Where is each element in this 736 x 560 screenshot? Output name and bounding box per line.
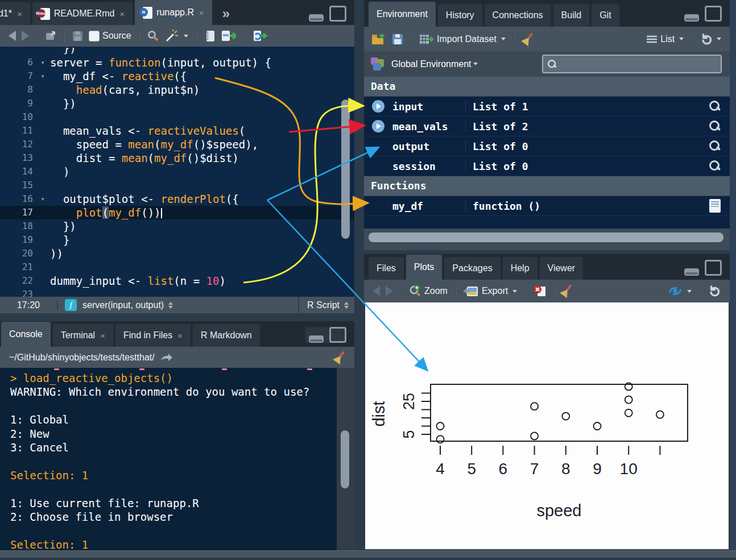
env-row-mean-vals[interactable]: mean_valsList of 2 [364,117,730,136]
tab-environment[interactable]: Environment [369,2,436,27]
console-output[interactable]: > load_reactive_objects()WARNING: Which … [0,368,354,550]
view-mode-button[interactable]: List [643,34,687,44]
clear-console-icon[interactable] [333,351,346,364]
minimize-icon[interactable] [309,14,324,22]
expand-icon[interactable] [372,120,384,132]
tab-close-icon[interactable]: × [17,9,22,19]
goto-directory-icon[interactable] [159,352,173,363]
refresh-plot-button[interactable]: ⟳ [705,285,723,297]
maximize-icon[interactable] [705,260,722,276]
zoom-plot-button[interactable]: Zoom [406,285,450,297]
maximize-icon[interactable] [329,327,346,343]
x-tick-label: 5 [467,460,476,478]
line-number: 6 [0,56,35,69]
inspect-icon[interactable] [708,140,721,152]
clear-all-plots-icon[interactable] [560,284,573,298]
code-editor[interactable]: })6▾server = function(input, output) {7▾… [0,47,354,297]
tab-viewer[interactable]: Viewer [540,257,584,280]
compile-notebook-button[interactable] [201,30,218,42]
load-workspace-button[interactable] [369,33,389,45]
tab-plots[interactable]: Plots [406,255,443,280]
inspect-icon[interactable] [708,160,721,172]
inspect-icon[interactable] [708,120,721,132]
tab-console[interactable]: Console [1,322,51,347]
tab-connections[interactable]: Connections [485,4,551,27]
run-button[interactable] [218,30,239,42]
refresh-environment-button[interactable]: ⟳ [697,33,724,45]
console-scrollbar-track[interactable] [337,368,354,550]
env-row-input[interactable]: inputList of 1 [364,97,730,117]
data-point [437,422,444,430]
tab-build[interactable]: Build [553,4,590,27]
save-workspace-button[interactable] [389,34,406,45]
tab-runapp-r[interactable]: Rrunapp.R× [135,0,212,25]
inspect-icon[interactable] [708,100,721,113]
forward-button[interactable] [19,31,32,41]
maximize-icon[interactable] [705,6,722,22]
tab-close-icon[interactable]: × [199,8,204,18]
minimize-icon[interactable] [684,268,699,276]
fold-arrow-icon[interactable]: ▾ [35,56,50,69]
tab-r-markdown[interactable]: R Markdown [193,324,260,347]
environment-pane: EnvironmentHistoryConnectionsBuildGit Im… [364,0,730,250]
file-type-selector[interactable]: R Script [298,297,354,313]
rerun-button[interactable] [249,30,271,42]
tab-history[interactable]: History [438,4,482,27]
view-function-icon[interactable] [709,199,721,213]
tab-close-icon[interactable]: × [100,331,105,341]
tab-packages[interactable]: Packages [444,257,500,280]
remove-plot-button[interactable] [530,285,549,297]
scope-spinner-icon[interactable] [168,302,173,309]
env-row-session[interactable]: sessionList of 0 [364,156,730,176]
code-line-16: 16▾ output$plot <- renderPlot({ [0,192,354,206]
code-tools-button[interactable] [162,30,191,42]
maximize-icon[interactable] [329,6,346,22]
previous-plot-button[interactable] [370,286,383,296]
code-line-14: 14 ) [0,165,354,179]
tab-readme-rmd[interactable]: RmdREADME.Rmd× [32,2,133,25]
tab-help[interactable]: Help [503,257,537,280]
line-number: 23 [0,288,35,297]
minimize-icon[interactable] [684,14,699,22]
next-plot-button[interactable] [383,286,396,296]
scatter-plot: 52545678910speeddist [365,302,729,549]
editor-vertical-scrollbar[interactable] [341,99,350,239]
export-label: Export [482,286,508,296]
tab-close-icon[interactable]: × [177,331,183,341]
env-row-output[interactable]: outputList of 0 [364,136,730,156]
clear-environment-icon[interactable] [521,32,535,46]
fold-gutter [35,138,50,151]
tab-close-icon[interactable]: × [119,9,125,19]
environment-scope-selector[interactable]: Global Environment [386,59,478,69]
environment-scope-row: Global Environment [364,51,730,78]
find-replace-button[interactable] [144,30,162,42]
env-row-my-df[interactable]: my_dffunction () [364,196,730,216]
minimize-icon[interactable] [309,335,324,343]
tab-ed1[interactable]: ed1*× [0,2,30,25]
environment-search-input[interactable] [542,55,722,73]
data-point [562,413,569,420]
data-point [437,435,444,443]
scope-selector[interactable]: server(input, output) [82,300,164,310]
environment-hscroll-area [364,229,730,250]
import-dataset-button[interactable]: Import Dataset [416,34,508,45]
fold-arrow-icon[interactable]: ▾ [35,69,50,83]
save-button[interactable] [69,31,86,42]
environment-horizontal-scrollbar[interactable] [369,233,723,242]
fold-gutter [35,151,50,165]
popout-button[interactable] [42,31,59,41]
export-plot-button[interactable]: Export [461,285,520,297]
tab-files[interactable]: Files [369,257,404,280]
dropdown-caret-icon [679,38,684,40]
code-line-21: 21 [0,260,354,274]
expand-icon[interactable] [372,100,384,113]
more-tabs-icon[interactable]: » [222,6,229,22]
console-scrollbar-thumb[interactable] [341,430,349,488]
back-button[interactable] [6,31,19,41]
tab-terminal[interactable]: Terminal× [53,324,113,347]
source-on-save-checkbox[interactable]: Source [86,31,134,42]
fold-arrow-icon[interactable]: ▾ [35,192,50,206]
tab-git[interactable]: Git [592,4,619,27]
tab-find-in-files[interactable]: Find in Files× [115,324,191,347]
publish-button[interactable] [665,285,694,297]
